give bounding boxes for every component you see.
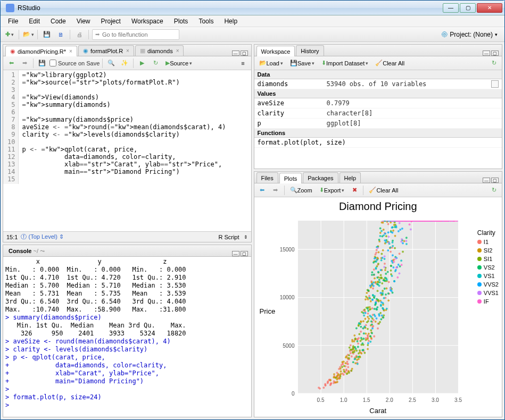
scope-indicator[interactable]: ⓕ (Top Level) ⇕ (21, 233, 64, 241)
refresh-plot-button[interactable]: ↻ (488, 184, 500, 196)
svg-point-230 (382, 249, 384, 251)
pane-maximize-button[interactable]: ▢ (491, 51, 499, 56)
menu-code[interactable]: Code (45, 16, 71, 26)
pane-maximize-button[interactable]: ▢ (241, 51, 248, 56)
prev-plot-button[interactable]: ⬅ (256, 184, 268, 196)
pane-maximize-button[interactable]: ▢ (241, 251, 248, 256)
svg-point-425 (378, 239, 380, 241)
back-button[interactable]: ⬅ (5, 57, 17, 69)
tab-close-icon[interactable]: × (69, 48, 72, 54)
import-button[interactable]: ⬇ Import Dataset (319, 57, 371, 69)
svg-point-421 (362, 332, 365, 334)
tab-close-icon[interactable]: × (176, 48, 179, 54)
env-row-clarity[interactable]: clarity character[8] (254, 108, 502, 119)
export-button[interactable]: ⬇ Export (317, 184, 347, 196)
svg-point-546 (382, 292, 384, 294)
svg-point-188 (385, 287, 387, 289)
clear-all-button[interactable]: 🧹 Clear All (372, 57, 407, 69)
legend-dot-icon (477, 291, 482, 295)
new-file-button[interactable]: ✚ (4, 29, 15, 40)
svg-point-61 (347, 366, 349, 368)
clear-plots-button[interactable]: 🧹 Clear All (366, 184, 401, 196)
code-area[interactable]: ="kw">library(ggplot2)="kw">source(="str… (19, 70, 229, 184)
svg-point-314 (348, 354, 350, 356)
source-editor[interactable]: 123456789101112131415 ="kw">library(ggpl… (3, 70, 251, 231)
next-plot-button[interactable]: ➡ (270, 184, 282, 196)
svg-point-45 (387, 281, 390, 283)
goto-file-input[interactable] (92, 29, 179, 40)
rerun-button[interactable]: ↻ (150, 57, 161, 69)
tab-packages[interactable]: Packages (303, 172, 338, 183)
source-on-save-checkbox[interactable] (49, 60, 56, 66)
tab-workspace[interactable]: Workspace (256, 46, 295, 56)
svg-point-264 (385, 235, 387, 237)
close-button[interactable]: ✕ (477, 3, 502, 13)
outline-button[interactable]: ≡ (237, 57, 249, 69)
refresh-button[interactable]: ↻ (488, 57, 500, 69)
project-dropdown[interactable]: 🞋 Project: (None) ▾ (437, 29, 501, 40)
remove-plot-button[interactable]: ✖ (349, 184, 360, 196)
svg-point-806 (398, 222, 400, 224)
pane-minimize-button[interactable]: — (232, 51, 239, 56)
svg-point-125 (390, 250, 392, 253)
menu-edit[interactable]: Edit (23, 16, 45, 26)
tab-history[interactable]: History (296, 45, 324, 56)
menu-help[interactable]: Help (219, 16, 243, 26)
tab-plots[interactable]: Plots (279, 173, 302, 183)
values-header: Values (254, 89, 502, 98)
console-wd: ~/ (33, 248, 38, 254)
source-button[interactable]: ▶ Source (163, 57, 195, 69)
svg-point-513 (380, 230, 383, 232)
svg-point-462 (382, 316, 384, 318)
project-label: Project: (None) (450, 31, 493, 38)
env-row-p[interactable]: p ggplot[8] (254, 119, 502, 129)
tab-help[interactable]: Help (340, 172, 361, 183)
menu-project[interactable]: Project (96, 16, 126, 26)
open-file-button[interactable]: 📂 (22, 29, 34, 40)
menu-view[interactable]: View (71, 16, 96, 26)
file-type[interactable]: R Script (218, 234, 239, 240)
env-row-formatplot[interactable]: format.plot(plot, size) (254, 138, 502, 148)
load-button[interactable]: 📂 Load (256, 57, 286, 69)
env-row-diamonds[interactable]: diamonds 53940 obs. of 10 variables (254, 79, 502, 89)
svg-point-144 (364, 318, 366, 320)
svg-point-288 (369, 308, 371, 310)
pane-minimize-button[interactable]: — (483, 51, 490, 56)
tab-close-icon[interactable]: × (126, 48, 129, 54)
save-all-button[interactable]: 🗎 (55, 29, 67, 40)
tab-format-plot[interactable]: ◉ formatPlot.R × (78, 45, 134, 56)
run-line-button[interactable]: ▶ (136, 57, 148, 69)
titlebar[interactable]: RStudio — ▢ ✕ (1, 1, 504, 15)
wand-button[interactable]: ✨ (119, 57, 130, 69)
maximize-button[interactable]: ▢ (460, 3, 476, 13)
console-output[interactable]: x y z Min. : 0.000 Min. : 0.000 Min. : 0… (3, 257, 251, 417)
save-button[interactable]: 💾 (41, 29, 53, 40)
svg-point-531 (391, 241, 393, 243)
pane-maximize-button[interactable]: ▢ (491, 178, 499, 183)
svg-point-899 (400, 264, 402, 266)
pane-minimize-button[interactable]: — (483, 178, 490, 183)
pane-minimize-button[interactable]: — (232, 251, 239, 256)
svg-point-282 (367, 328, 369, 330)
svg-point-456 (379, 227, 381, 229)
print-button[interactable]: 🖨 (73, 29, 85, 40)
zoom-button[interactable]: 🔍 Zoom (287, 184, 315, 196)
minimize-button[interactable]: — (443, 3, 459, 13)
menu-workspace[interactable]: Workspace (126, 16, 169, 26)
tab-files[interactable]: Files (256, 172, 278, 183)
menu-file[interactable]: File (3, 16, 23, 26)
save-source-button[interactable]: 💾 (36, 57, 48, 69)
svg-point-229 (379, 232, 381, 234)
svg-point-319 (341, 366, 343, 368)
env-row-avesize[interactable]: aveSize 0.7979 (254, 98, 502, 108)
save-ws-button[interactable]: 💾 Save (287, 57, 317, 69)
menu-tools[interactable]: Tools (193, 16, 219, 26)
tab-diamonds-data[interactable]: ▦ diamonds × (135, 45, 184, 56)
tab-diamond-pricing[interactable]: ◉ diamondPricing.R* × (5, 46, 77, 56)
grid-icon[interactable] (491, 80, 499, 88)
find-button[interactable]: 🔍 (105, 57, 117, 69)
forward-button[interactable]: ➡ (19, 57, 30, 69)
svg-point-220 (369, 300, 371, 303)
menu-plots[interactable]: Plots (169, 16, 194, 26)
svg-point-658 (392, 266, 394, 268)
